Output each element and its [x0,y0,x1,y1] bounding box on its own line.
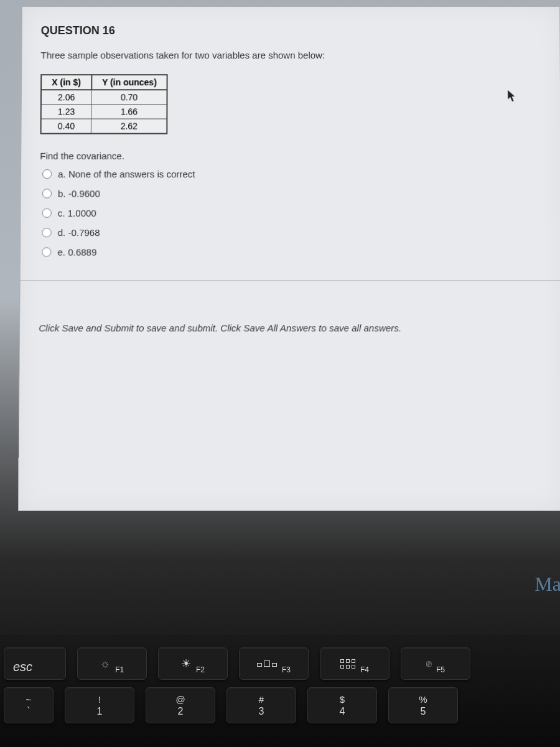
key-label: F2 [196,665,205,674]
cell: 1.66 [91,105,167,119]
table-header-y: Y (in ounces) [91,75,167,90]
table-row: 1.23 1.66 [41,105,167,119]
cell: 0.70 [91,90,167,105]
f5-key[interactable]: ⎚ F5 [401,647,470,680]
option-a[interactable]: a. None of the answers is correct [42,169,542,179]
key-bottom: 3 [259,706,264,717]
option-d[interactable]: d. -0.7968 [42,227,542,238]
key-bottom: ` [27,706,30,717]
key-label: F5 [436,665,445,674]
question-header: QUESTION 16 [22,7,560,44]
radio-a[interactable] [42,169,52,179]
cell: 1.23 [41,105,91,119]
table-row: 2.06 0.70 [41,90,167,105]
key-top: $ [340,694,345,705]
launchpad-icon [340,659,355,669]
partial-text: Ma [534,573,560,596]
option-c[interactable]: c. 1.0000 [42,208,543,218]
divider [21,280,560,281]
option-label: c. 1.0000 [58,208,96,218]
option-label: d. -0.7968 [58,227,100,238]
table-row: 0.40 2.62 [41,119,167,134]
question-body: Three sample observations taken for two … [20,44,560,306]
cell: 2.62 [91,119,167,134]
esc-key[interactable]: esc [4,647,66,680]
f4-key[interactable]: F4 [320,647,390,680]
keyboard-dim-icon: ⎚ [426,659,431,669]
mission-control-icon [257,660,277,667]
key-bottom: 2 [178,706,184,717]
f2-key[interactable]: ☀ F2 [158,647,228,680]
table-header-x: X (in $) [41,75,91,90]
radio-e[interactable] [42,247,51,256]
radio-b[interactable] [42,189,52,198]
key-top: @ [175,694,185,705]
option-b[interactable]: b. -0.9600 [42,188,542,199]
cell: 0.40 [41,119,91,134]
1-key[interactable]: ! 1 [65,687,134,723]
key-label: F1 [115,665,124,674]
radio-d[interactable] [42,228,51,237]
key-bottom: 4 [340,706,345,717]
3-key[interactable]: # 3 [226,687,296,723]
option-e[interactable]: e. 0.6889 [42,247,543,257]
key-label: F4 [360,665,369,674]
key-top: ~ [26,694,32,705]
radio-c[interactable] [42,209,52,218]
2-key[interactable]: @ 2 [146,687,215,723]
cell: 2.06 [41,90,91,105]
option-label: b. -0.9600 [58,188,100,199]
subprompt: Find the covariance. [40,151,541,161]
4-key[interactable]: $ 4 [307,687,377,723]
tilde-key[interactable]: ~ ` [4,687,54,723]
f1-key[interactable]: ☼ F1 [77,647,147,680]
table-header-row: X (in $) Y (in ounces) [41,75,167,90]
5-key[interactable]: % 5 [388,687,458,723]
option-label: a. None of the answers is correct [58,169,195,179]
key-top: % [419,694,427,705]
quiz-panel: QUESTION 16 Three sample observations ta… [18,6,560,511]
brightness-down-icon: ☼ [100,657,111,670]
answer-options: a. None of the answers is correct b. -0.… [39,169,543,258]
data-table: X (in $) Y (in ounces) 2.06 0.70 1.23 1.… [40,74,168,134]
key-bottom: 1 [97,706,103,717]
f3-key[interactable]: F3 [239,647,309,680]
num-row: ~ ` ! 1 @ 2 # 3 $ 4 % 5 [4,687,556,723]
footer-instruction: Click Save and Submit to save and submit… [20,306,560,350]
question-prompt: Three sample observations taken for two … [40,50,541,60]
key-label: F3 [282,665,291,674]
option-label: e. 0.6889 [57,247,96,257]
key-top: # [259,694,264,705]
cursor-icon [506,89,516,103]
keyboard: esc ☼ F1 ☀ F2 F3 F4 ⎚ F5 ~ ` [0,635,560,747]
key-top: ! [98,694,101,705]
key-bottom: 5 [421,706,426,717]
fn-row: esc ☼ F1 ☀ F2 F3 F4 ⎚ F5 [4,647,556,680]
brightness-up-icon: ☀ [181,657,191,670]
